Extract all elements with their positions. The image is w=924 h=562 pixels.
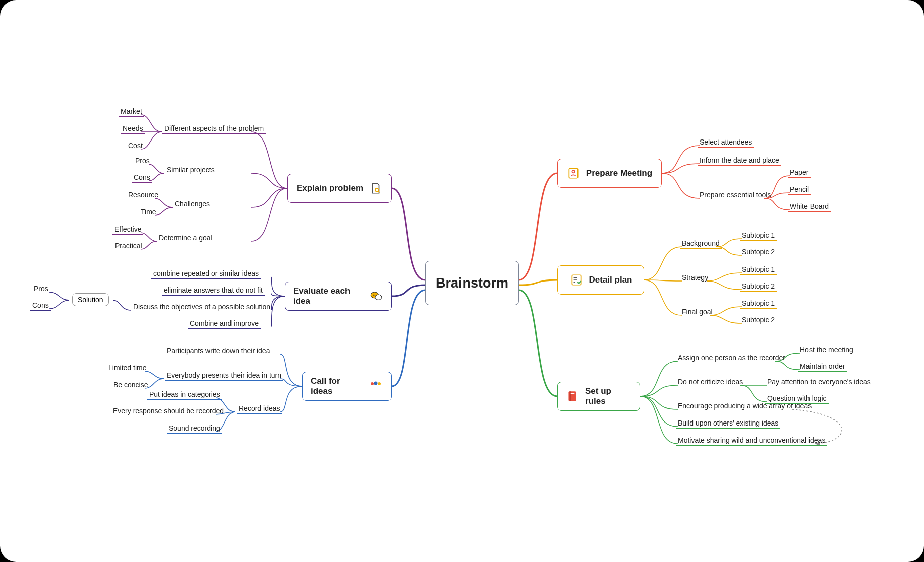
leaf[interactable]: Maintain order bbox=[800, 362, 845, 370]
leaf[interactable]: Subtopic 1 bbox=[742, 231, 775, 239]
leaf[interactable]: Cost bbox=[128, 142, 143, 150]
svg-point-7 bbox=[375, 188, 379, 192]
svg-point-15 bbox=[374, 382, 378, 385]
leaf[interactable]: Subtopic 2 bbox=[742, 248, 775, 256]
svg-rect-6 bbox=[571, 393, 575, 394]
svg-point-2 bbox=[572, 170, 574, 173]
leaf[interactable]: Paper bbox=[790, 168, 808, 176]
svg-point-14 bbox=[378, 382, 381, 385]
leaf[interactable]: Motivate sharing wild and unconventional… bbox=[678, 436, 825, 444]
branch-label: Call for ideas bbox=[311, 376, 362, 396]
leaf[interactable]: Subtopic 1 bbox=[742, 299, 775, 307]
leaf[interactable]: Different aspects of the problem bbox=[164, 124, 264, 132]
leaf[interactable]: Put ideas in categories bbox=[149, 390, 220, 398]
center-node[interactable]: Brainstorm bbox=[425, 261, 519, 305]
leaf[interactable]: Everybody presents their idea in turn bbox=[167, 371, 281, 379]
leaf[interactable]: Pros bbox=[135, 157, 150, 165]
leaf[interactable]: Record ideas bbox=[239, 404, 280, 412]
leaf[interactable]: Limited time bbox=[108, 364, 146, 372]
leaf[interactable]: Subtopic 2 bbox=[742, 282, 775, 290]
branch-label: Prepare Meeting bbox=[586, 168, 652, 178]
svg-rect-5 bbox=[570, 391, 571, 401]
leaf[interactable]: Combine and improve bbox=[190, 319, 259, 327]
leaf[interactable]: Resource bbox=[128, 191, 158, 199]
leaf[interactable]: Similar projects bbox=[167, 166, 215, 174]
leaf[interactable]: Cons bbox=[134, 173, 150, 181]
leaf[interactable]: Participants write down their idea bbox=[167, 347, 270, 355]
chat-icon bbox=[369, 290, 383, 303]
branch-set-up-rules[interactable]: Set up rules bbox=[557, 382, 640, 411]
leaf[interactable]: Every response should be recorded bbox=[113, 407, 224, 415]
svg-point-10 bbox=[373, 295, 374, 296]
leaf[interactable]: Pencil bbox=[790, 185, 809, 193]
leaf[interactable]: Effective bbox=[114, 225, 141, 233]
branch-label: Set up rules bbox=[585, 386, 632, 406]
branch-evaluate-each-idea[interactable]: Evaluate each idea bbox=[285, 282, 392, 311]
diagram-frame: Brainstorm Prepare Meeting Detail plan S… bbox=[0, 0, 924, 562]
leaf[interactable]: Strategy bbox=[682, 273, 708, 282]
svg-point-13 bbox=[371, 382, 374, 385]
people-icon bbox=[368, 380, 383, 393]
leaf[interactable]: Time bbox=[141, 208, 156, 216]
leaf[interactable]: Practical bbox=[115, 242, 142, 250]
leaf[interactable]: Determine a goal bbox=[159, 234, 212, 242]
leaf[interactable]: Challenges bbox=[175, 200, 210, 208]
leaf[interactable]: Market bbox=[121, 107, 142, 115]
leaf[interactable]: Do not criticize ideas bbox=[678, 378, 743, 386]
branch-label: Detail plan bbox=[589, 275, 632, 285]
leaf[interactable]: Background bbox=[682, 239, 720, 247]
branch-label: Explain problem bbox=[297, 183, 363, 193]
branch-call-for-ideas[interactable]: Call for ideas bbox=[302, 372, 392, 401]
leaf[interactable]: Question with logic bbox=[767, 394, 827, 402]
leaf[interactable]: Subtopic 1 bbox=[742, 265, 775, 273]
branch-detail-plan[interactable]: Detail plan bbox=[557, 265, 644, 295]
leaf[interactable]: Pros bbox=[34, 285, 48, 293]
mindmap-canvas[interactable]: Brainstorm Prepare Meeting Detail plan S… bbox=[0, 0, 924, 562]
branch-explain-problem[interactable]: Explain problem bbox=[287, 174, 392, 203]
solution-box[interactable]: Solution bbox=[72, 293, 109, 306]
rulebook-icon bbox=[566, 390, 579, 403]
checklist-icon bbox=[570, 273, 583, 287]
leaf[interactable]: combine repeated or similar ideas bbox=[153, 269, 259, 277]
leaf[interactable]: Host the meeting bbox=[800, 346, 853, 354]
leaf[interactable]: Be concise bbox=[113, 381, 148, 389]
person-card-icon bbox=[567, 167, 580, 180]
leaf[interactable]: Sound recording bbox=[169, 424, 220, 432]
leaf[interactable]: Discuss the objectives of a possible sol… bbox=[133, 303, 270, 311]
document-search-icon bbox=[369, 182, 382, 195]
leaf[interactable]: Prepare essential tools bbox=[700, 191, 771, 199]
leaf[interactable]: Needs bbox=[123, 124, 143, 132]
leaf[interactable]: Select attendees bbox=[700, 138, 752, 146]
center-label: Brainstorm bbox=[436, 275, 508, 291]
leaf[interactable]: Cons bbox=[32, 301, 49, 309]
leaf[interactable]: Pay attention to everyone's ideas bbox=[767, 378, 871, 386]
leaf[interactable]: Assign one person as the recorder bbox=[678, 354, 785, 362]
leaf[interactable]: White Board bbox=[790, 202, 829, 210]
leaf[interactable]: Build upon others' existing ideas bbox=[678, 419, 778, 427]
leaf[interactable]: eliminate answers that do not fit bbox=[164, 286, 263, 294]
branch-prepare-meeting[interactable]: Prepare Meeting bbox=[557, 159, 662, 188]
leaf[interactable]: Inform the date and place bbox=[700, 156, 779, 164]
branch-label: Evaluate each idea bbox=[293, 286, 363, 306]
leaf[interactable]: Final goal bbox=[682, 308, 713, 316]
svg-point-12 bbox=[376, 295, 377, 296]
leaf[interactable]: Subtopic 2 bbox=[742, 316, 775, 324]
svg-point-11 bbox=[374, 295, 375, 296]
